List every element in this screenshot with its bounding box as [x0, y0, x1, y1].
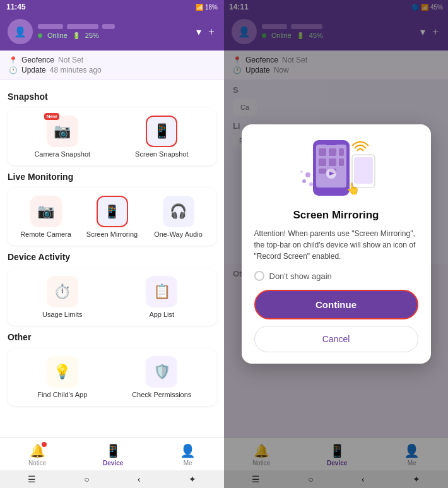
snapshot-card: 📷 New Camera Snapshot 📱 Screen Snapshot [8, 108, 216, 165]
svg-rect-9 [319, 169, 326, 174]
svg-point-17 [302, 179, 306, 183]
battery-icon-left: 🔋 [73, 32, 80, 39]
svg-point-18 [309, 182, 313, 186]
sys-recents-btn-left[interactable]: ✦ [189, 474, 196, 484]
device-activity-card: ⏱️ Usage Limits 📋 App List [8, 268, 216, 326]
geofence-value-left: Not Set [58, 56, 83, 64]
remote-camera-icon: 📷 [30, 196, 62, 227]
screen-snapshot-label: Screen Snapshot [135, 150, 188, 158]
camera-snapshot-icon-wrap: 📷 New [47, 116, 78, 147]
status-icons-left: 📶 18% [196, 4, 218, 11]
svg-point-16 [305, 172, 310, 177]
screen-snapshot-icon: 📱 [146, 116, 177, 147]
header-actions-left: ▾ ＋ [196, 25, 216, 39]
other-title-left: Other [8, 332, 216, 342]
content-scroll-left: Snapshot 📷 New Camera Snapshot 📱 Screen … [0, 80, 224, 437]
svg-rect-7 [329, 158, 336, 166]
device-icon-left: 📱 [105, 443, 121, 458]
one-way-audio-icon: 🎧 [163, 196, 194, 227]
check-permissions-item[interactable]: 🛡️ Check Permissions [115, 356, 209, 398]
left-panel: 11:45 📶 18% 👤 Online 🔋 25% ▾ ＋ [0, 0, 224, 488]
update-icon-left: 🕐 [9, 66, 18, 74]
one-way-audio-label: One-Way Audio [154, 230, 203, 238]
update-label-left: Update [21, 66, 46, 74]
me-label-left: Me [184, 460, 192, 467]
find-childs-app-icon: 💡 [47, 356, 78, 388]
svg-text:👆: 👆 [346, 182, 360, 196]
header-left: 👤 Online 🔋 25% ▾ ＋ [0, 14, 224, 51]
sys-menu-btn-left[interactable]: ☰ [28, 474, 36, 484]
status-row-left: Online 🔋 25% [38, 32, 191, 39]
svg-rect-6 [319, 158, 326, 166]
svg-rect-5 [339, 148, 344, 156]
one-way-audio-item[interactable]: 🎧 One-Way Audio [148, 196, 209, 238]
svg-point-19 [300, 170, 303, 173]
svg-rect-8 [339, 158, 344, 166]
find-childs-app-item[interactable]: 💡 Find Child's App [15, 356, 110, 398]
add-btn-left[interactable]: ＋ [206, 25, 216, 39]
usage-limits-icon: ⏱️ [47, 276, 78, 307]
usage-limits-label: Usage Limits [42, 311, 83, 318]
cancel-button[interactable]: Cancel [254, 326, 418, 352]
remote-camera-label: Remote Camera [20, 230, 71, 238]
remote-camera-item[interactable]: 📷 Remote Camera [15, 196, 76, 238]
battery-value-left: 25% [85, 32, 99, 39]
status-bar-left: 11:45 📶 18% [0, 0, 224, 14]
dont-show-label: Don't show again [269, 271, 332, 281]
device-label-left: Device [103, 460, 123, 467]
app-list-icon: 📋 [146, 276, 177, 307]
geofence-row-left: 📍 Geofence Not Set [9, 56, 215, 64]
modal-illustration: 👆 [295, 137, 377, 200]
snapshot-title: Snapshot [8, 92, 216, 102]
nav-notice-left[interactable]: 🔔 Notice [28, 443, 46, 467]
modal-title: Screen Mirroring [293, 209, 379, 222]
screen-mirroring-illustration: 👆 [295, 137, 377, 200]
sys-back-btn-left[interactable]: ‹ [138, 474, 141, 484]
sys-home-btn-left[interactable]: ○ [84, 474, 89, 484]
device-activity-title: Device Activity [8, 252, 216, 262]
check-permissions-icon: 🛡️ [146, 356, 177, 388]
camera-snapshot-item[interactable]: 📷 New Camera Snapshot [15, 116, 110, 158]
online-text-left: Online [47, 32, 68, 39]
screen-mirroring-item[interactable]: 📱 Screen Mirroring [81, 196, 143, 238]
dont-show-row[interactable]: Don't show again [254, 271, 418, 281]
app-list-label: App List [149, 311, 174, 318]
bottom-nav-left: 🔔 Notice 📱 Device 👤 Me [0, 437, 224, 470]
update-row-left: 🕐 Update 48 minutes ago [9, 66, 215, 74]
notice-label-left: Notice [28, 460, 46, 467]
other-grid: 💡 Find Child's App 🛡️ Check Permissions [15, 356, 209, 398]
find-childs-app-label: Find Child's App [37, 391, 87, 398]
me-icon-left: 👤 [180, 443, 196, 458]
left-time: 11:45 [6, 3, 26, 11]
svg-rect-2 [326, 142, 337, 145]
modal-desc: Attention! When parents use "Screen Mirr… [254, 228, 418, 262]
right-panel: 14:11 🔵 📶 45% 👤 Online 🔋 [224, 0, 448, 488]
name-block1 [38, 24, 63, 29]
live-monitoring-title: Live Monitoring [8, 172, 216, 182]
online-dot-left [38, 33, 42, 38]
svg-rect-4 [329, 148, 336, 156]
notice-badge-left [42, 442, 47, 447]
continue-button[interactable]: Continue [254, 290, 418, 319]
info-section-left: 📍 Geofence Not Set 🕐 Update 48 minutes a… [0, 51, 224, 80]
modal-overlay: 👆 Screen Mirroring Attention! When paren… [224, 0, 448, 488]
app-list-item[interactable]: 📋 App List [115, 276, 209, 318]
screen-mirroring-icon: 📱 [97, 196, 128, 227]
screen-mirroring-label: Screen Mirroring [86, 230, 138, 238]
svg-rect-3 [319, 148, 326, 156]
system-nav-left: ☰ ○ ‹ ✦ [0, 470, 224, 488]
snapshot-grid: 📷 New Camera Snapshot 📱 Screen Snapshot [15, 116, 209, 158]
header-info-left: Online 🔋 25% [38, 24, 191, 39]
header-name-row [38, 24, 191, 29]
nav-device-left[interactable]: 📱 Device [103, 443, 123, 467]
dont-show-radio[interactable] [254, 271, 264, 281]
device-activity-grid: ⏱️ Usage Limits 📋 App List [15, 276, 209, 318]
screen-snapshot-item[interactable]: 📱 Screen Snapshot [115, 116, 209, 158]
usage-limits-item[interactable]: ⏱️ Usage Limits [15, 276, 110, 318]
name-block3 [102, 24, 115, 29]
dropdown-btn-left[interactable]: ▾ [196, 25, 201, 39]
wifi-icon: 📶 [196, 4, 203, 11]
svg-rect-14 [354, 157, 373, 184]
avatar-left: 👤 [8, 19, 33, 44]
nav-me-left[interactable]: 👤 Me [180, 443, 196, 467]
